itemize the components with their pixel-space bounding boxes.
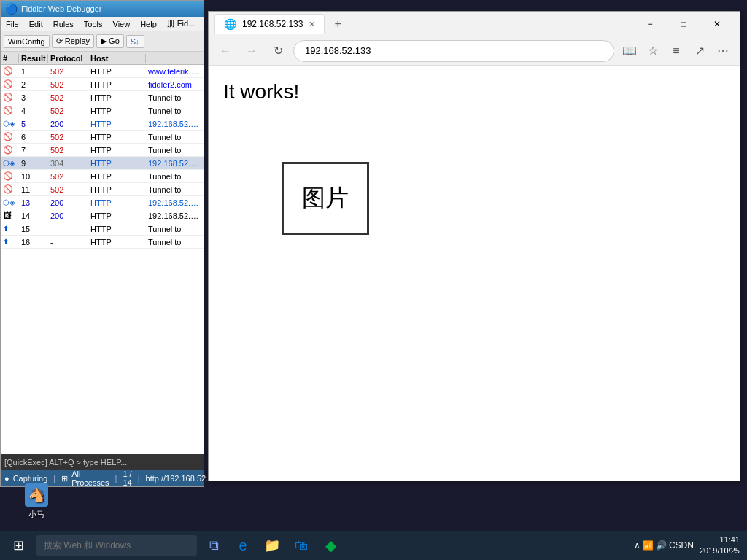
table-row[interactable]: 🚫 6 502 HTTP Tunnel to xyxy=(1,131,204,144)
stream-button[interactable]: S↓ xyxy=(126,35,144,48)
row-result: 502 xyxy=(48,172,88,181)
store-icon[interactable]: 🛍 xyxy=(288,532,314,559)
table-row[interactable]: ⬆ 15 - HTTP Tunnel to xyxy=(1,222,204,236)
winconfig-button[interactable]: WinConfig xyxy=(4,35,50,48)
menu-file[interactable]: File xyxy=(4,19,21,29)
minimize-button[interactable]: − xyxy=(633,12,667,36)
tab-title: 192.168.52.133 xyxy=(242,19,303,29)
row-id: 16 xyxy=(19,238,48,246)
row-host: Tunnel to xyxy=(146,185,204,194)
tray-extra[interactable]: CSDN xyxy=(669,540,694,551)
row-protocol: HTTP xyxy=(88,120,146,128)
tray-network[interactable]: 📶 xyxy=(643,540,654,551)
close-button[interactable]: ✕ xyxy=(700,12,734,36)
system-tray: ∧ 📶 🔊 CSDN xyxy=(634,540,694,551)
back-button[interactable]: ← xyxy=(214,41,236,61)
edge-icon[interactable]: e xyxy=(230,532,256,559)
menu-extra[interactable]: 册 Fid... xyxy=(165,18,198,30)
row-protocol: HTTP xyxy=(88,198,146,207)
row-host: 192.168.52.133 xyxy=(146,211,204,220)
fiddler-toolbar: WinConfig ⟳ Replay ▶ Go S↓ xyxy=(1,31,204,52)
row-protocol: HTTP xyxy=(88,238,146,246)
tab-close-button[interactable]: ✕ xyxy=(309,20,315,29)
row-host: Tunnel to xyxy=(146,238,204,246)
row-icon: 🚫 xyxy=(1,184,19,194)
favorites-button[interactable]: ☆ xyxy=(642,41,664,61)
address-bar[interactable] xyxy=(293,40,614,62)
taskbar-search-input[interactable] xyxy=(36,535,197,556)
table-row[interactable]: 🚫 2 502 HTTP fiddler2.com xyxy=(1,78,204,91)
row-result: 304 xyxy=(48,159,88,168)
start-button[interactable]: ⊞ xyxy=(4,531,33,560)
fiddler-icon: 🔵 xyxy=(5,3,18,15)
quickexec-text: [QuickExec] ALT+Q > type HELP... xyxy=(4,458,127,467)
explorer-icon[interactable]: 📁 xyxy=(259,532,285,559)
browser-content: It works! 图片 xyxy=(209,66,740,481)
row-protocol: HTTP xyxy=(88,185,146,194)
table-row[interactable]: ⬡◈ 9 304 HTTP 192.168.52.133 xyxy=(1,157,204,170)
green-icon[interactable]: ◆ xyxy=(317,532,344,559)
reading-mode-button[interactable]: 📖 xyxy=(619,41,640,61)
row-id: 3 xyxy=(19,93,48,102)
filter-value: All Processes xyxy=(71,470,109,487)
menu-help[interactable]: Help xyxy=(138,19,159,29)
table-row[interactable]: ⬡◈ 13 200 HTTP 192.168.52.133 xyxy=(1,196,204,209)
row-id: 5 xyxy=(19,120,48,128)
task-view-button[interactable]: ⧉ xyxy=(201,532,227,559)
row-host: Tunnel to xyxy=(146,146,204,155)
share-button[interactable]: ↗ xyxy=(689,41,711,61)
replay-button[interactable]: ⟳ Replay xyxy=(52,34,94,48)
window-controls: − □ ✕ xyxy=(633,12,734,36)
tray-volume[interactable]: 🔊 xyxy=(656,540,667,551)
hub-button[interactable]: ≡ xyxy=(665,41,687,61)
table-row[interactable]: 🚫 4 502 HTTP Tunnel to xyxy=(1,104,204,117)
row-icon: 🚫 xyxy=(1,132,19,141)
taskbar-icons: ⧉ e 📁 🛍 ◆ xyxy=(201,532,344,559)
refresh-button[interactable]: ↻ xyxy=(267,41,289,61)
desktop-icon-xiaoma[interactable]: 🐴 小马 xyxy=(15,483,58,520)
row-icon: 🚫 xyxy=(1,106,19,115)
fiddler-menu: File Edit Rules Tools View Help 册 Fid... xyxy=(1,17,204,31)
go-button[interactable]: ▶ Go xyxy=(96,34,124,48)
row-id: 10 xyxy=(19,172,48,181)
tab-icon: 🌐 xyxy=(224,18,236,30)
row-host: Tunnel to xyxy=(146,106,204,115)
filter-label: ⊞ xyxy=(61,474,68,483)
ellipsis-button[interactable]: ⋯ xyxy=(712,41,734,61)
table-row[interactable]: 🚫 11 502 HTTP Tunnel to xyxy=(1,183,204,196)
row-protocol: HTTP xyxy=(88,67,146,76)
menu-edit[interactable]: Edit xyxy=(27,19,45,29)
browser-titlebar: 🌐 192.168.52.133 ✕ + − □ ✕ xyxy=(209,12,740,36)
row-host: 192.168.52.133 xyxy=(146,120,204,128)
row-icon: ⬡◈ xyxy=(1,159,19,167)
menu-tools[interactable]: Tools xyxy=(82,19,105,29)
browser-tab[interactable]: 🌐 192.168.52.133 ✕ xyxy=(214,14,325,34)
table-row[interactable]: ⬆ 16 - HTTP Tunnel to xyxy=(1,236,204,249)
row-result: 502 xyxy=(48,80,88,89)
session-table: # Result Protocol Host 🚫 1 502 HTTP www.… xyxy=(1,52,204,454)
row-protocol: HTTP xyxy=(88,211,146,220)
table-row[interactable]: 🚫 7 502 HTTP Tunnel to xyxy=(1,144,204,157)
menu-rules[interactable]: Rules xyxy=(51,19,76,29)
row-result: 502 xyxy=(48,185,88,194)
fiddler-titlebar: 🔵 Fiddler Web Debugger xyxy=(1,1,204,17)
table-row[interactable]: 🖼 14 200 HTTP 192.168.52.133 xyxy=(1,209,204,222)
table-row[interactable]: 🚫 10 502 HTTP Tunnel to xyxy=(1,170,204,183)
table-row[interactable]: 🚫 1 502 HTTP www.telerik.com xyxy=(1,65,204,78)
row-host: fiddler2.com xyxy=(146,80,204,89)
row-icon: ⬡◈ xyxy=(1,120,19,128)
table-row[interactable]: ⬡◈ 5 200 HTTP 192.168.52.133 xyxy=(1,117,204,131)
table-row[interactable]: 🚫 3 502 HTTP Tunnel to xyxy=(1,91,204,104)
session-count: 1 / 14 xyxy=(123,470,131,487)
system-clock[interactable]: 11:41 2019/10/25 xyxy=(700,534,740,557)
tray-chevron[interactable]: ∧ xyxy=(634,540,640,551)
image-placeholder-text: 图片 xyxy=(302,182,349,214)
new-tab-button[interactable]: + xyxy=(330,18,344,31)
browser-navbar: ← → ↻ 📖 ☆ ≡ ↗ ⋯ xyxy=(209,36,740,66)
maximize-button[interactable]: □ xyxy=(667,12,700,36)
forward-button[interactable]: → xyxy=(241,41,263,61)
row-icon: 🚫 xyxy=(1,66,19,76)
menu-view[interactable]: View xyxy=(111,19,133,29)
row-host: Tunnel to xyxy=(146,133,204,141)
row-result: 200 xyxy=(48,211,88,220)
